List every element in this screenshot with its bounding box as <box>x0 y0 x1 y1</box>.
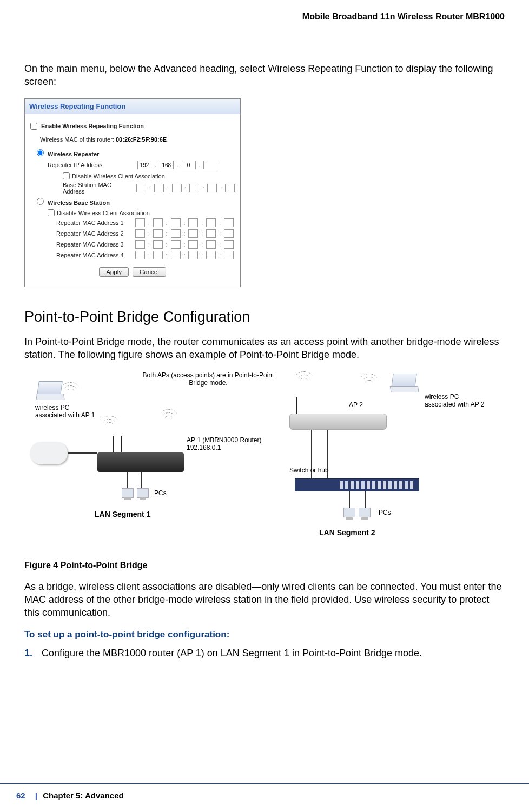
mac-value: 00:26:F2:5F:90:6E <box>116 136 167 143</box>
base-disable-assoc-label: Disable Wireless Client Association <box>57 210 150 216</box>
wifi-icon <box>365 374 387 390</box>
wpc-ap2-label: wireless PC associated with AP 2 <box>425 393 485 409</box>
ip-octet-3[interactable] <box>182 161 196 169</box>
point-to-point-diagram: Both APs (access points) are in Point-to… <box>24 371 505 544</box>
pcs-label: PCs <box>154 489 167 497</box>
intro-paragraph: On the main menu, below the Advanced hea… <box>24 62 505 89</box>
laptop-icon <box>37 381 63 395</box>
figure-caption: Figure 4 Point-to-Point Bridge <box>24 561 505 570</box>
mac-box[interactable] <box>206 240 216 249</box>
ap1-label: AP 1 (MBRN3000 Router) 192.168.0.1 <box>187 436 262 452</box>
mac-box[interactable] <box>225 184 235 192</box>
mac-box[interactable] <box>171 218 181 227</box>
laptop-icon <box>391 374 417 388</box>
pcs-label-2: PCs <box>379 509 391 516</box>
step-num: 1. <box>24 648 36 659</box>
wifi-icon <box>165 409 187 425</box>
wifi-icon <box>67 382 88 398</box>
mac-box[interactable] <box>135 240 145 249</box>
mac-box[interactable] <box>136 184 146 192</box>
switch-label: Switch or hub <box>289 467 329 474</box>
apply-button[interactable]: Apply <box>99 267 129 277</box>
repeater-mac-3-label: Repeater MAC Address 3 <box>56 241 132 248</box>
step-text: Configure the MBR1000 router (AP 1) on L… <box>42 648 422 659</box>
repeater-mac-4-row: Repeater MAC Address 4 : : : : : <box>56 251 235 259</box>
pc-icon <box>122 488 134 498</box>
instruction-heading: To set up a point-to-point bridge config… <box>24 629 505 640</box>
mac-box[interactable] <box>206 251 216 259</box>
mac-box[interactable] <box>224 240 234 249</box>
ip-octet-1[interactable] <box>137 161 151 169</box>
mac-box[interactable] <box>135 218 145 227</box>
page-number: 62 <box>16 791 25 800</box>
connection-line <box>349 491 350 508</box>
mac-box[interactable] <box>207 184 217 192</box>
mac-box[interactable] <box>135 229 145 238</box>
mac-box[interactable] <box>171 229 181 238</box>
mac-box[interactable] <box>188 218 198 227</box>
repeater-mac-1-label: Repeater MAC Address 1 <box>56 219 132 226</box>
repeater-ip-label: Repeater IP Address <box>48 162 134 168</box>
mac-box[interactable] <box>135 251 145 259</box>
wireless-base-label: Wireless Base Station <box>48 199 110 206</box>
cancel-button[interactable]: Cancel <box>133 267 166 277</box>
base-station-mac-label: Base Station MAC Address <box>63 182 133 195</box>
footer-separator: | <box>35 791 37 800</box>
running-header: Mobile Broadband 11n Wireless Router MBR… <box>302 12 505 22</box>
wireless-base-radio[interactable] <box>37 198 44 205</box>
lan2-label: LAN Segment 2 <box>319 528 375 537</box>
router-icon <box>97 452 184 472</box>
mac-box[interactable] <box>224 218 234 227</box>
mac-box[interactable] <box>206 229 216 238</box>
mac-box[interactable] <box>153 218 163 227</box>
step-1: 1. Configure the MBR1000 router (AP 1) o… <box>24 648 505 659</box>
wireless-repeater-radio[interactable] <box>37 149 44 156</box>
mac-box[interactable] <box>188 251 198 259</box>
repeater-ip-row: Repeater IP Address . . . <box>48 161 235 169</box>
panel-title: Wireless Repeating Function <box>25 99 240 114</box>
connection-line <box>141 472 142 488</box>
connection-line <box>127 472 128 488</box>
wireless-repeating-screenshot: Wireless Repeating Function Enable Wirel… <box>24 98 241 288</box>
chapter-label: Chapter 5: Advanced <box>43 791 123 800</box>
repeater-disable-assoc-checkbox[interactable] <box>63 172 70 179</box>
mac-box[interactable] <box>206 218 216 227</box>
base-disable-assoc-checkbox[interactable] <box>48 209 55 216</box>
mac-box[interactable] <box>188 240 198 249</box>
mac-box[interactable] <box>153 229 163 238</box>
mac-box[interactable] <box>171 240 181 249</box>
pc-pair <box>122 488 149 498</box>
base-fields: Disable Wireless Client Association Repe… <box>48 209 235 259</box>
ip-octet-4[interactable] <box>203 161 217 169</box>
mac-box[interactable] <box>224 251 234 259</box>
mac-box[interactable] <box>188 229 198 238</box>
after-figure-para: As a bridge, wireless client association… <box>24 580 505 620</box>
switch-icon <box>295 478 419 491</box>
ip-octet-2[interactable] <box>160 161 174 169</box>
mac-box[interactable] <box>171 251 181 259</box>
mac-box[interactable] <box>153 251 163 259</box>
pc-icon <box>359 508 371 517</box>
repeater-disable-assoc-row: Disable Wireless Client Association <box>63 172 235 179</box>
section-para-1: In Point-to-Point Bridge mode, the route… <box>24 335 505 362</box>
wireless-base-radio-row: Wireless Base Station <box>37 198 235 206</box>
connection-line <box>365 491 366 508</box>
repeater-fields: Repeater IP Address . . . Disable Wirele… <box>48 161 235 195</box>
repeater-mac-1-row: Repeater MAC Address 1 : : : : : <box>56 218 235 227</box>
mac-box[interactable] <box>189 184 199 192</box>
wifi-icon <box>105 416 127 432</box>
enable-repeating-label: Enable Wireless Repeating Function <box>41 123 144 129</box>
mac-box[interactable] <box>224 229 234 238</box>
mac-prefix: Wireless MAC of this router: <box>40 136 114 143</box>
repeater-mac-2-row: Repeater MAC Address 2 : : : : : <box>56 229 235 238</box>
mac-box[interactable] <box>154 184 164 192</box>
mac-box[interactable] <box>153 240 163 249</box>
mac-box[interactable] <box>172 184 182 192</box>
repeater-mac-2-label: Repeater MAC Address 2 <box>56 230 132 237</box>
page-content: On the main menu, below the Advanced hea… <box>24 62 505 664</box>
wifi-icon <box>300 371 322 388</box>
enable-repeating-checkbox[interactable] <box>30 123 37 130</box>
lan1-label: LAN Segment 1 <box>95 510 150 519</box>
wireless-repeater-label: Wireless Repeater <box>48 151 99 157</box>
repeater-disable-assoc-label: Disable Wireless Client Association <box>72 173 165 179</box>
